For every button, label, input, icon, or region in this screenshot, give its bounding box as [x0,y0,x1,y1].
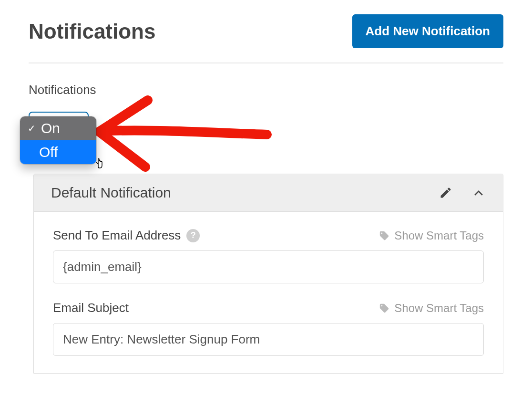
panel-title: Default Notification [51,185,171,201]
send-to-label: Send To Email Address ? [53,228,200,243]
show-smart-tags-send-to[interactable]: Show Smart Tags [379,229,484,242]
show-smart-tags-subject[interactable]: Show Smart Tags [379,302,484,315]
check-icon: ✓ [28,123,36,134]
panel-body: Send To Email Address ? Show Smart Tags [34,212,503,356]
subject-field: Email Subject Show Smart Tags [53,301,484,356]
pencil-icon [439,186,452,199]
add-notification-button[interactable]: Add New Notification [352,14,503,48]
toggle-option-on[interactable]: ✓ On [20,116,96,140]
tag-icon [379,230,389,241]
chevron-up-icon [471,186,486,200]
smart-tags-label: Show Smart Tags [394,229,484,242]
toggle-dropdown[interactable]: ✓ On Off [20,116,96,164]
toggle-option-off-label: Off [39,144,58,160]
section-label: Notifications [29,83,503,97]
pointer-cursor-icon [93,154,107,171]
subject-input[interactable] [53,323,484,356]
notifications-toggle-area: ✓ On Off [29,112,503,145]
send-to-field: Send To Email Address ? Show Smart Tags [53,228,484,283]
subject-label-text: Email Subject [53,301,129,315]
panel-actions [439,186,486,200]
panel-header[interactable]: Default Notification [34,174,503,212]
edit-button[interactable] [439,186,452,199]
send-to-label-text: Send To Email Address [53,228,181,243]
page-title: Notifications [29,20,155,43]
tag-icon [379,303,389,313]
page-header: Notifications Add New Notification [29,14,503,63]
toggle-option-off[interactable]: Off [20,140,96,164]
send-to-input[interactable] [53,250,484,283]
smart-tags-label: Show Smart Tags [394,302,484,315]
help-icon[interactable]: ? [186,229,200,242]
collapse-button[interactable] [471,186,486,200]
toggle-option-on-label: On [41,120,60,136]
notification-panel: Default Notification Send To [33,174,503,374]
subject-label: Email Subject [53,301,129,315]
